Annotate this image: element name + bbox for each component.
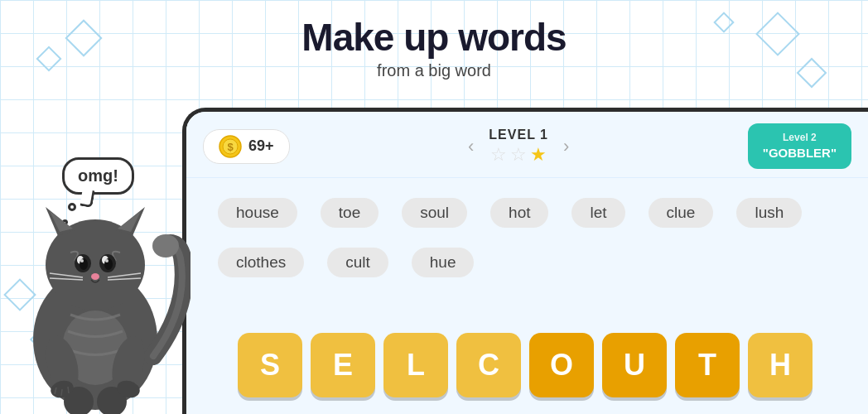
word-slot[interactable]: hue [412, 248, 475, 277]
word-slot[interactable]: let [571, 198, 624, 228]
cat-illustration [0, 108, 190, 414]
svg-point-27 [152, 234, 179, 258]
svg-point-16 [105, 259, 108, 262]
header: Make up words from a big word [0, 15, 868, 80]
svg-line-31 [61, 389, 62, 396]
word-slot[interactable]: clue [649, 198, 714, 228]
level-info: LEVEL 1 ☆ ☆ ★ [489, 128, 548, 166]
word-slot[interactable]: house [218, 198, 297, 228]
page-title: Make up words [0, 15, 868, 60]
svg-point-15 [80, 259, 84, 262]
letter-tile-o[interactable]: O [529, 333, 594, 397]
star-2: ☆ [510, 144, 527, 166]
letter-tile-s[interactable]: S [238, 333, 302, 397]
coin-area: $ 69+ [203, 129, 290, 164]
next-level-name: "GOBBLER" [763, 145, 837, 161]
cat-area: omg! [0, 108, 190, 414]
letter-tile-t[interactable]: T [675, 333, 740, 397]
letter-tile-e[interactable]: E [311, 333, 375, 397]
svg-line-32 [68, 387, 69, 393]
panel-topbar: $ 69+ ‹ LEVEL 1 ☆ ☆ ★ › Level 2 "GOBBLER… [186, 112, 868, 178]
word-slot[interactable]: soul [402, 198, 467, 228]
svg-point-17 [91, 273, 99, 280]
svg-text:$: $ [227, 141, 234, 153]
level-center: ‹ LEVEL 1 ☆ ☆ ★ › [461, 128, 576, 166]
coin-value: 69+ [248, 137, 274, 155]
word-slot[interactable]: hot [490, 198, 548, 228]
word-grid: housetoesoulhotletcluelushclothesculthue [186, 178, 868, 289]
word-slot[interactable]: clothes [218, 248, 304, 277]
stars-row: ☆ ☆ ★ [489, 144, 548, 166]
next-level-label: Level 2 [763, 132, 837, 145]
word-slot[interactable]: cult [327, 248, 388, 277]
letter-tile-u[interactable]: U [602, 333, 667, 397]
star-1: ☆ [490, 144, 507, 166]
coin-icon: $ [219, 135, 242, 158]
word-slot[interactable]: lush [736, 198, 802, 228]
speech-bubble: omg! [62, 157, 134, 195]
page-subtitle: from a big word [0, 61, 868, 80]
level-label: LEVEL 1 [489, 128, 548, 142]
letter-tile-h[interactable]: H [748, 333, 813, 397]
letter-row: SELCOUTH [182, 333, 868, 397]
star-3: ★ [530, 144, 547, 166]
letter-tile-c[interactable]: C [456, 333, 521, 397]
speech-text: omg! [78, 166, 118, 185]
next-level-button[interactable]: Level 2 "GOBBLER" [748, 123, 851, 169]
next-level-arrow[interactable]: › [557, 132, 576, 161]
word-slot[interactable]: toe [321, 198, 379, 228]
prev-level-button[interactable]: ‹ [461, 132, 480, 161]
letter-tile-l[interactable]: L [383, 333, 448, 397]
